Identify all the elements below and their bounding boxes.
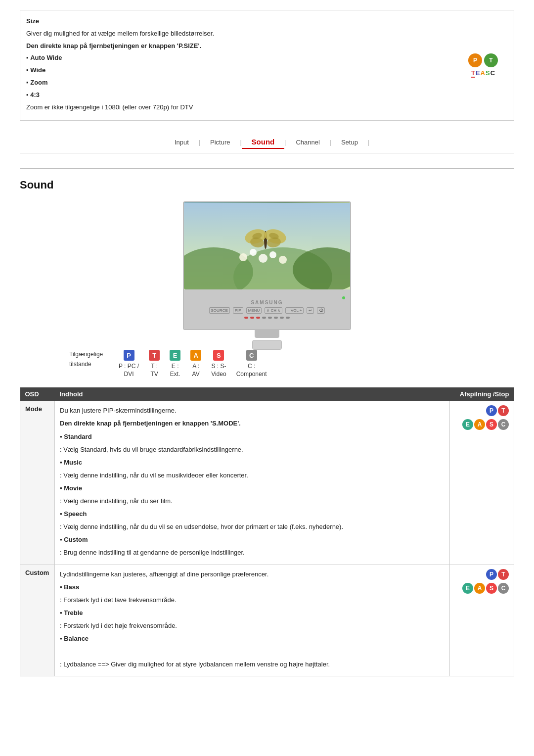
tv-stand xyxy=(255,330,279,338)
modes-badges: P P : PC / DVI T T : TV E E : Ext. A A :… xyxy=(119,350,267,378)
custom-balance-blank xyxy=(60,646,445,657)
tv-btn-vol[interactable]: – VOL + xyxy=(285,307,304,314)
teasc-bar: T E A S C xyxy=(471,69,495,78)
tv-btn-return[interactable]: ↩ xyxy=(307,307,314,314)
tv-buttons: SOURCE PIP MENU ∨ CH ∧ – VOL + ↩ ⏻ xyxy=(209,307,325,314)
svg-point-8 xyxy=(279,256,287,264)
custom-treble-desc: : Forstærk lyd i det høje frekvensområde… xyxy=(60,620,445,631)
tv-indicator-4 xyxy=(262,317,266,319)
svg-point-4 xyxy=(239,253,247,261)
pt-badge-a: A xyxy=(474,419,485,430)
size-option-zoom: ▪ Zoom xyxy=(26,78,448,88)
pteasc-row2-mode: E A S C xyxy=(455,419,509,430)
mode-custom: ▪ Custom xyxy=(60,534,445,545)
top-content: Size Giver dig mulighed for at vælge mel… xyxy=(26,16,458,114)
tv-indicator-red xyxy=(244,317,248,319)
afspilning-mode: P T E A S C xyxy=(450,401,514,565)
mode-entry-e: E E : Ext. xyxy=(170,350,180,378)
mode-badge-s: S xyxy=(213,350,224,361)
content-custom: Lydindstillingerne kan justeres, afhængi… xyxy=(55,565,450,676)
mode-badge-t: T xyxy=(149,350,160,361)
size-option-wide: ▪ Wide xyxy=(26,65,448,76)
svg-point-6 xyxy=(259,254,267,263)
mode-desc1: Du kan justere PIP-skærmindstillingerne. xyxy=(60,405,445,416)
content-mode: Du kan justere PIP-skærmindstillingerne.… xyxy=(55,401,450,565)
nav-channel[interactable]: Channel xyxy=(286,137,329,148)
pt-badge-s: S xyxy=(486,419,497,430)
custom-bass: ▪ Bass xyxy=(60,582,445,593)
pt-badge-t2: T xyxy=(498,569,509,580)
nav-sound[interactable]: Sound xyxy=(242,136,285,149)
tv-btn-source[interactable]: SOURCE xyxy=(209,307,230,314)
size-option-autowide: ▪ Auto Wide xyxy=(26,53,448,63)
tv-btn-power[interactable]: ⏻ xyxy=(317,307,325,314)
col-indhold: Indhold xyxy=(55,387,450,401)
table-header-row: OSD Indhold Afspilning /Stop xyxy=(20,387,514,401)
pt-badge-t: T xyxy=(498,405,509,416)
mode-music-desc: : Vælg denne indstilling, når du vil se … xyxy=(60,470,445,481)
mode-entry-a: A A : AV xyxy=(190,350,201,378)
mode-custom-desc: : Brug denne indstilling til at gendanne… xyxy=(60,547,445,558)
tv-base: SAMSUNG SOURCE PIP MENU ∨ CH ∧ – VOL + ↩… xyxy=(184,289,350,329)
mode-standard-desc: : Vælg Standard, hvis du vil bruge stand… xyxy=(60,444,445,455)
pt-badge-a2: A xyxy=(474,583,485,594)
pteasc-row2-custom: E A S C xyxy=(455,583,509,594)
osd-custom: Custom xyxy=(20,565,55,676)
tv-indicator-6 xyxy=(274,317,278,319)
custom-treble: ▪ Treble xyxy=(60,608,445,618)
pt-badge-e: E xyxy=(462,419,473,430)
svg-point-7 xyxy=(269,251,276,258)
nav-picture[interactable]: Picture xyxy=(200,137,240,148)
mode-desc2: Den direkte knap på fjernbetjeningen er … xyxy=(60,418,445,429)
remote-icon xyxy=(252,340,282,350)
mode-standard: ▪ Standard xyxy=(60,431,445,442)
mode-movie-desc: : Vælg denne indstilling, når du ser fil… xyxy=(60,496,445,507)
custom-bass-desc: : Forstærk lyd i det lave frekvensområde… xyxy=(60,595,445,606)
tv-wrapper: SAMSUNG SOURCE PIP MENU ∨ CH ∧ – VOL + ↩… xyxy=(183,201,351,340)
tv-indicator-2 xyxy=(250,317,254,319)
top-section: Size Giver dig mulighed for at vælge mel… xyxy=(20,10,514,121)
tv-container: SAMSUNG SOURCE PIP MENU ∨ CH ∧ – VOL + ↩… xyxy=(20,201,514,340)
teasc-t: T xyxy=(471,69,475,78)
tv-indicator-8 xyxy=(286,317,290,319)
tv-indicator-7 xyxy=(280,317,284,319)
mode-badge-a: A xyxy=(190,350,201,361)
afspilning-custom: P T E A S C xyxy=(450,565,514,676)
teasc-e: E xyxy=(476,69,480,78)
tv-btn-menu[interactable]: MENU xyxy=(246,307,262,314)
teasc-c: C xyxy=(490,69,495,78)
col-afspilning: Afspilning /Stop xyxy=(450,387,514,401)
tv-btn-ch[interactable]: ∨ CH ∧ xyxy=(265,307,282,314)
mode-entry-s: S S : S- Video xyxy=(211,350,226,378)
osd-mode: Mode xyxy=(20,401,55,565)
pt-badge-c2: C xyxy=(498,583,509,594)
top-icons: P T T E A S C xyxy=(458,16,508,114)
size-note: Zoom er ikke tilgængelige i 1080i (eller… xyxy=(26,102,448,113)
mode-entry-t: T T : TV xyxy=(149,350,160,378)
size-desc2: Den direkte knap på fjernbetjeningen er … xyxy=(26,41,448,51)
tv-btn-pip[interactable]: PIP xyxy=(233,307,243,314)
mode-speech-desc: : Vælg denne indstilling, når du du vil … xyxy=(60,521,445,532)
page-title: Sound xyxy=(20,179,514,191)
remote-below xyxy=(183,338,351,350)
nav-input[interactable]: Input xyxy=(165,137,199,148)
mode-entry-p: P P : PC / DVI xyxy=(119,350,139,378)
modes-label: Tilgængelige tilstande xyxy=(69,350,109,369)
svg-point-5 xyxy=(250,249,257,256)
tv-brand: SAMSUNG xyxy=(251,300,283,305)
tv-indicator-5 xyxy=(268,317,272,319)
mode-badge-p: P xyxy=(124,350,134,361)
tv-screen-svg xyxy=(184,203,350,291)
table-row-mode: Mode Du kan justere PIP-skærmindstilling… xyxy=(20,401,514,565)
main-table: OSD Indhold Afspilning /Stop Mode Du kan… xyxy=(20,387,514,676)
custom-balance-desc: : Lydbalance ==> Giver dig mulighed for … xyxy=(60,659,445,670)
size-desc1: Giver dig mulighed for at vælge mellem f… xyxy=(26,29,448,39)
pt-badge-e2: E xyxy=(462,583,473,594)
pt-badge-s2: S xyxy=(486,583,497,594)
table-row-custom: Custom Lydindstillingerne kan justeres, … xyxy=(20,565,514,676)
teasc-a: A xyxy=(481,69,485,78)
teasc-s: S xyxy=(486,69,490,78)
tv-indicator-3 xyxy=(256,317,260,319)
divider xyxy=(20,168,514,169)
nav-setup[interactable]: Setup xyxy=(331,137,368,148)
